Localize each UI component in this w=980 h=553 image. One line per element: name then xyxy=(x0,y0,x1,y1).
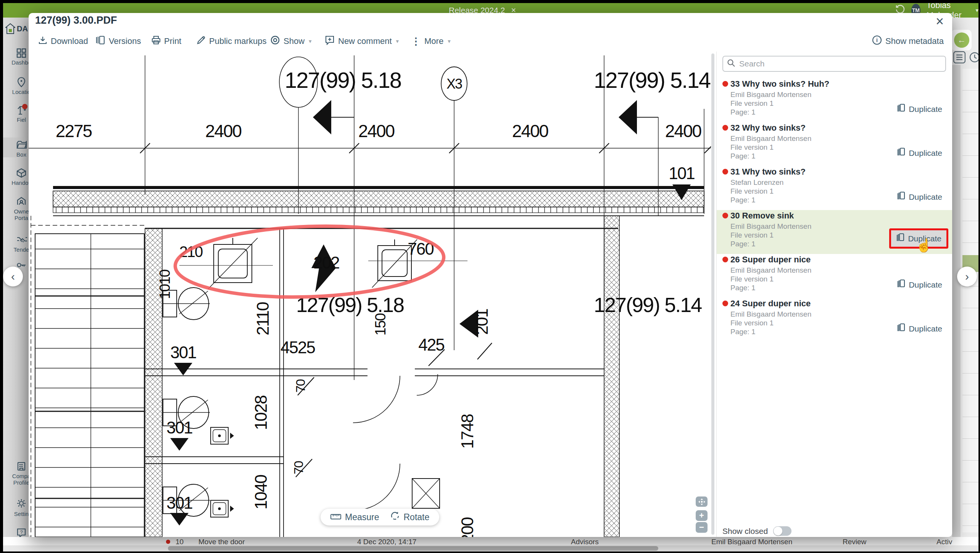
rotate-icon xyxy=(390,511,400,523)
list-view-icon[interactable] xyxy=(953,51,965,65)
comment-file-version: File version 1 xyxy=(730,99,811,108)
comment-item-31[interactable]: 31 Why two sinks? Stefan Lorenzen File v… xyxy=(717,166,952,210)
measure-button[interactable]: Measure xyxy=(330,512,379,522)
comment-item-33[interactable]: 33 Why two sinks? Huh? Emil Bisgaard Mor… xyxy=(717,78,952,122)
row-id: 10 xyxy=(176,538,184,546)
download-icon xyxy=(38,36,47,47)
svg-text:2275: 2275 xyxy=(56,121,92,141)
versions-button[interactable]: Versions xyxy=(95,35,141,47)
comment-author: Emil Bisgaard Mortensen xyxy=(730,310,811,319)
building-icon xyxy=(16,461,26,473)
duplicate-icon xyxy=(897,147,905,158)
svg-text:200: 200 xyxy=(458,517,477,537)
new-comment-button[interactable]: New comment ▾ xyxy=(325,35,399,47)
duplicate-button[interactable]: Duplicate xyxy=(893,277,946,293)
horizontal-scrollbar-thumb[interactable] xyxy=(168,546,658,551)
modal-close-button[interactable]: × xyxy=(936,15,944,28)
background-table-row[interactable]: 10 Move the door 4 Dec 2020, 14:17 Advis… xyxy=(3,537,978,545)
comment-page: Page: 1 xyxy=(730,327,811,336)
svg-text:301: 301 xyxy=(170,343,196,362)
svg-text:202: 202 xyxy=(313,253,339,272)
comment-item-24[interactable]: 24 Super duper nice Emil Bisgaard Morten… xyxy=(717,298,952,342)
duplicate-icon xyxy=(897,103,905,115)
more-dots-icon: ⋮ xyxy=(411,36,421,47)
comment-file-version: File version 1 xyxy=(730,231,811,239)
svg-text:70: 70 xyxy=(291,461,306,474)
rotate-button[interactable]: Rotate xyxy=(390,511,429,523)
svg-text:1748: 1748 xyxy=(458,414,477,449)
comment-page: Page: 1 xyxy=(730,152,811,160)
svg-text:2400: 2400 xyxy=(358,121,395,141)
duplicate-button[interactable]: Duplicate xyxy=(893,145,946,161)
row-status: Activ xyxy=(936,538,952,546)
zoom-out-button[interactable]: − xyxy=(696,522,708,533)
comment-file-version: File version 1 xyxy=(730,143,811,152)
new-comment-caret-icon: ▾ xyxy=(396,38,399,45)
svg-text:1040: 1040 xyxy=(251,475,270,509)
duplicate-button[interactable]: Duplicate xyxy=(893,101,946,117)
print-icon xyxy=(152,36,161,47)
more-button[interactable]: ⋮ More ▾ xyxy=(411,35,451,47)
comment-author: Emil Bisgaard Mortensen xyxy=(730,222,811,231)
comment-search[interactable] xyxy=(722,56,946,72)
svg-text:1010: 1010 xyxy=(157,270,173,299)
frame-left xyxy=(0,0,3,553)
doors xyxy=(353,374,438,511)
drawing-canvas[interactable]: 127(99) 5.18 X3 127(99) 5.14 2275 2400 2… xyxy=(29,52,711,537)
svg-text:70: 70 xyxy=(293,379,308,393)
comment-file-version: File version 1 xyxy=(730,275,811,283)
user-menu-caret-icon[interactable]: ▾ xyxy=(975,7,978,14)
comment-status-dot xyxy=(722,301,728,306)
folder-icon xyxy=(16,140,27,151)
ruler-icon xyxy=(330,512,341,522)
prev-file-button[interactable]: ‹ xyxy=(3,267,23,286)
next-file-button[interactable]: › xyxy=(957,267,977,286)
frame-right xyxy=(978,0,980,553)
app-logo[interactable]: DA xyxy=(5,23,28,34)
svg-text:201: 201 xyxy=(472,309,491,335)
comment-page: Page: 1 xyxy=(730,108,811,116)
svg-text:2400: 2400 xyxy=(205,121,242,141)
logo-text: DA xyxy=(17,24,28,33)
zoom-in-button[interactable]: + xyxy=(696,510,708,521)
show-closed-toggle[interactable] xyxy=(773,526,791,536)
frame-bottom xyxy=(0,551,980,553)
row-status-dot xyxy=(166,540,170,544)
duplicate-button[interactable]: Duplicate xyxy=(893,189,946,205)
comment-plus-icon xyxy=(325,35,335,47)
row-company: Advisors xyxy=(571,538,599,546)
pan-button[interactable] xyxy=(696,496,708,507)
search-input[interactable] xyxy=(738,59,929,69)
location-pin-icon xyxy=(16,77,26,89)
duplicate-icon xyxy=(897,279,905,290)
package-box-icon xyxy=(16,168,26,179)
show-closed-label: Show closed xyxy=(722,527,768,536)
viewer-toolbar: Measure Rotate xyxy=(321,509,439,526)
info-icon: i xyxy=(872,35,882,47)
show-button[interactable]: Show ▾ xyxy=(270,35,312,47)
comment-item-32[interactable]: 32 Why two sinks? Emil Bisgaard Mortense… xyxy=(717,122,952,166)
comment-author: Emil Bisgaard Mortensen xyxy=(730,134,811,143)
show-metadata-button[interactable]: i Show metadata xyxy=(872,35,944,47)
svg-text:127(99) 5.18: 127(99) 5.18 xyxy=(285,68,401,92)
red-markup-ellipse[interactable] xyxy=(174,222,445,301)
comment-page: Page: 1 xyxy=(730,239,811,248)
notification-badge xyxy=(22,104,27,109)
comment-author: Emil Bisgaard Mortensen xyxy=(730,266,811,275)
print-button[interactable]: Print xyxy=(152,35,181,47)
comment-item-26[interactable]: 26 Super duper nice Emil Bisgaard Morten… xyxy=(717,254,952,298)
pencil-icon xyxy=(197,36,206,47)
download-button[interactable]: Download xyxy=(38,35,88,47)
comment-status-dot xyxy=(722,125,728,131)
svg-text:425: 425 xyxy=(418,335,444,354)
duplicate-button[interactable]: Duplicate xyxy=(893,321,946,336)
screen: Release 2024.2 × TM Tobias Melander ▾ DA… xyxy=(0,0,980,553)
back-arrow-button[interactable]: ← xyxy=(954,32,969,48)
duplicate-icon xyxy=(896,233,904,244)
public-markups-button[interactable]: Public markups xyxy=(197,35,266,47)
duplicate-icon xyxy=(897,191,905,202)
background-scroll-strip xyxy=(952,65,961,537)
row-stage: Review xyxy=(843,538,866,546)
versions-icon xyxy=(95,35,105,47)
drawing-scrollbar[interactable] xyxy=(711,53,714,535)
